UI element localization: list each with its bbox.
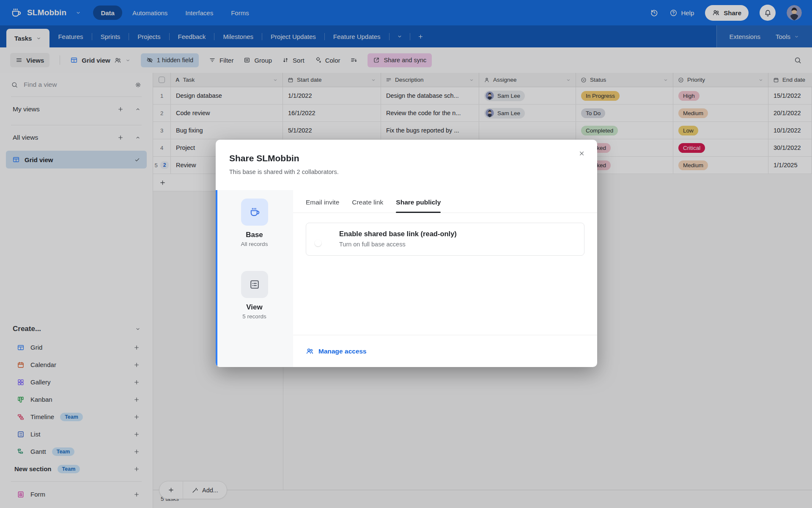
share-modal-footer: Manage access: [293, 335, 597, 367]
close-icon: [578, 150, 585, 157]
base-scope-sub: All records: [241, 241, 268, 247]
toggle-title: Enable shared base link (read-only): [339, 230, 457, 238]
people-icon: [306, 347, 314, 355]
share-tabs: Email invite Create link Share publicly: [293, 190, 597, 213]
list-doc-icon: [249, 279, 261, 290]
share-modal-header: Share SLMobbin This base is shared with …: [216, 140, 597, 190]
toggle-subtitle: Turn on full base access: [339, 241, 457, 248]
shared-link-card: Enable shared base link (read-only) Turn…: [306, 223, 584, 256]
share-modal: Share SLMobbin This base is shared with …: [216, 140, 597, 367]
modal-title: Share SLMobbin: [229, 153, 583, 163]
tab-email-invite[interactable]: Email invite: [306, 197, 339, 213]
base-scope-label[interactable]: Base: [246, 231, 263, 239]
view-scope-sub: 5 records: [242, 313, 266, 320]
coffee-mug-icon: [249, 206, 261, 218]
share-scope-panel: Base All records View 5 records: [216, 190, 293, 367]
spacer: [293, 256, 597, 335]
view-scope-icon[interactable]: [241, 271, 268, 298]
tab-create-link[interactable]: Create link: [352, 197, 383, 213]
base-scope-icon[interactable]: [241, 199, 268, 226]
modal-subtitle: This base is shared with 2 collaborators…: [229, 168, 583, 175]
view-scope-label[interactable]: View: [246, 303, 262, 312]
share-modal-body: Base All records View 5 records Email in…: [216, 190, 597, 367]
manage-access-link[interactable]: Manage access: [318, 348, 367, 355]
close-button[interactable]: [578, 150, 585, 157]
share-modal-content: Email invite Create link Share publicly …: [293, 190, 597, 367]
tab-share-publicly[interactable]: Share publicly: [396, 197, 441, 213]
